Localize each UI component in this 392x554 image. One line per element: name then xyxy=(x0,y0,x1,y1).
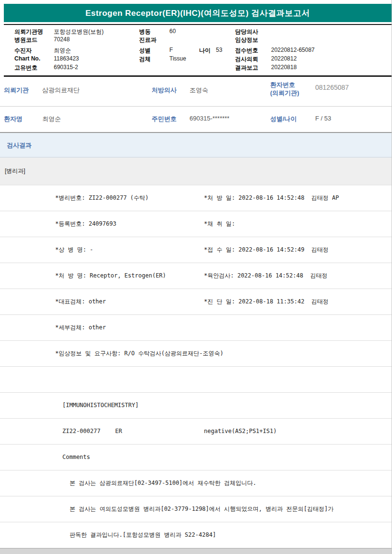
info-label: 병동 xyxy=(139,28,151,36)
info-value: 70248 xyxy=(54,36,70,43)
representative-specimen: *대표검체: other xyxy=(55,289,106,314)
result-section-title: 검사결과 xyxy=(7,141,32,150)
table-row: 본 검사는 여의도성모병원 병리과[02-3779-1298]에서 시행되었으며… xyxy=(0,496,392,522)
patient-no-value: 081265087 xyxy=(315,84,349,91)
result-section-bar: 검사결과 xyxy=(0,133,392,157)
comment-line-2: 본 검사는 여의도성모병원 병리과[02-3779-1298]에서 시행되었으며… xyxy=(70,496,333,522)
table-row: Comments xyxy=(0,445,392,470)
table-row: *세부검체: other xyxy=(0,315,392,341)
info-value: 690315-2 xyxy=(54,64,78,71)
patient-info-box: 의뢰기관명 포항성모병원(보험) 병원코드 70248 수진자 최영순 Char… xyxy=(4,24,392,77)
resident-no-value: 690315-******* xyxy=(190,115,229,122)
diagnosis-name: *상 병 명: - xyxy=(55,237,93,263)
ihc-test-name: ER xyxy=(115,419,122,444)
report-page: Estrogen Receptor(ER)(IHC)(여의도성모) 검사결과보고… xyxy=(0,0,392,554)
info-label: 고유번호 xyxy=(14,64,37,72)
table-row: *등록번호: 24097693 *채 취 일: xyxy=(0,211,392,237)
info-label: 나이 xyxy=(199,47,211,55)
table-row: 본 검사는 삼광의료재단[02-3497-5100]에서 재수탁한 검체입니다. xyxy=(0,470,392,496)
department-bar: [병리과] xyxy=(0,157,392,185)
table-row: 판독한 결과입니다.[포항성모병원 병리과 S22-4284] xyxy=(0,522,392,548)
patient-name-label: 환자명 xyxy=(4,115,23,123)
table-row xyxy=(0,367,392,393)
referral-agency-label: 의뢰기관 xyxy=(4,86,29,95)
clinical-info-request: *임상정보 및 요구사항: R/O 수탁검사(삼광의료재단-조영숙) xyxy=(55,341,224,366)
sex-age-label: 성별/나이 xyxy=(270,115,297,123)
table-row: [IMMUNOHISTOCHEMISTRY] xyxy=(0,393,392,419)
info-value: 60 xyxy=(169,28,176,35)
referral-agency-value: 삼광의료재단 xyxy=(42,86,80,95)
info-label: 검체 xyxy=(139,55,151,63)
sex-age-value: F / 53 xyxy=(315,115,331,122)
info-value: 포항성모병원(보험) xyxy=(54,28,104,36)
gross-exam-date: *육안검사: 2022-08-16 14:52:48 김태정 xyxy=(204,263,327,289)
result-details: *병리번호: ZI22-000277 (수탁) *처 방 일: 2022-08-… xyxy=(0,185,392,548)
info-label: 진료과 xyxy=(139,36,156,44)
info-label: 검사의뢰 xyxy=(235,55,258,63)
diagnosis-date: *진 단 일: 2022-08-18 11:35:42 김태정 xyxy=(204,289,329,314)
info-label: 접수번호 xyxy=(235,47,258,55)
info-value: Tissue xyxy=(169,55,186,62)
info-value: 20220812-65087 xyxy=(271,47,315,53)
info-label: 의뢰기관명 xyxy=(14,28,43,36)
info-label: 담당의사 xyxy=(235,28,258,36)
ihc-section-header: [IMMUNOHISTOCHEMISTRY] xyxy=(62,393,139,418)
info-label: 결과보고 xyxy=(235,64,258,72)
patient-no-label-line2: (의뢰기관) xyxy=(270,89,299,97)
table-row: *병리번호: ZI22-000277 (수탁) *처 방 일: 2022-08-… xyxy=(0,185,392,211)
table-row: *상 병 명: - *접 수 일: 2022-08-16 14:52:49 김태… xyxy=(0,237,392,263)
info-value: 최영순 xyxy=(54,47,71,55)
info-label: 임상정보 xyxy=(235,36,258,44)
info-label: Chart No. xyxy=(14,55,40,62)
table-row: *대표검체: other *진 단 일: 2022-08-18 11:35:42… xyxy=(0,289,392,315)
ihc-specimen-no: ZI22-000277 xyxy=(62,419,100,444)
info-label: 성별 xyxy=(139,47,151,55)
comments-header: Comments xyxy=(62,445,90,470)
receipt-date: *접 수 일: 2022-08-16 14:52:49 김태정 xyxy=(204,237,329,263)
report-title-banner: Estrogen Receptor(ER)(IHC)(여의도성모) 검사결과보고… xyxy=(4,4,392,22)
pathology-number: *병리번호: ZI22-000277 (수탁) xyxy=(55,185,149,211)
department-label: [병리과] xyxy=(5,167,25,175)
info-label: 수진자 xyxy=(14,47,32,55)
order-date: *처 방 일: 2022-08-16 14:52:48 김태정 AP xyxy=(204,185,339,211)
order-name: *처 방 명: Receptor, Estrogen(ER) xyxy=(55,263,166,289)
prescribing-doctor-value: 조영숙 xyxy=(190,86,208,95)
resident-no-label: 주민번호 xyxy=(152,115,177,123)
info-value: F xyxy=(169,47,173,53)
comment-line-3: 판독한 결과입니다.[포항성모병원 병리과 S22-4284] xyxy=(70,522,216,548)
sub-specimen: *세부검체: other xyxy=(55,315,106,340)
patient-no-label-line1: 환자번호 xyxy=(270,81,295,89)
prescribing-doctor-label: 처방의사 xyxy=(152,86,177,95)
ihc-result: negative(AS2;PS1+IS1) xyxy=(204,419,277,444)
patient-row: 환자명 최영순 주민번호 690315-******* 성별/나이 F / 53 xyxy=(0,107,392,133)
referral-row: 의뢰기관 삼광의료재단 처방의사 조영숙 환자번호 (의뢰기관) 0812650… xyxy=(0,77,392,107)
info-label: 병원코드 xyxy=(14,36,37,44)
info-value: 11863423 xyxy=(54,55,79,62)
info-value: 53 xyxy=(216,47,222,53)
registration-number: *등록번호: 24097693 xyxy=(55,211,116,237)
table-row: *임상정보 및 요구사항: R/O 수탁검사(삼광의료재단-조영숙) xyxy=(0,341,392,367)
info-value: 20220818 xyxy=(271,64,297,71)
info-value: 20220812 xyxy=(271,55,297,62)
patient-name-value: 최영순 xyxy=(42,115,61,123)
report-title: Estrogen Receptor(ER)(IHC)(여의도성모) 검사결과보고… xyxy=(85,8,310,19)
horizontal-scrollbar[interactable] xyxy=(0,548,392,554)
comment-line-1: 본 검사는 삼광의료재단[02-3497-5100]에서 재수탁한 검체입니다. xyxy=(70,470,256,496)
table-row: *처 방 명: Receptor, Estrogen(ER) *육안검사: 20… xyxy=(0,263,392,289)
table-row: ZI22-000277 ER negative(AS2;PS1+IS1) xyxy=(0,419,392,445)
collection-date: *채 취 일: xyxy=(204,211,235,237)
